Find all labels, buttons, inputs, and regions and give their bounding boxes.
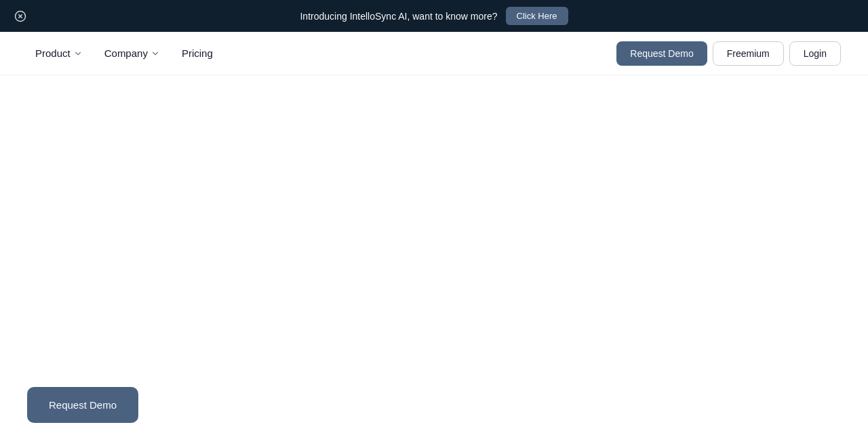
- navbar: Product Company Pricing Request Demo Fre…: [0, 32, 868, 75]
- request-demo-button[interactable]: Request Demo: [616, 41, 707, 66]
- chevron-down-icon: [73, 49, 83, 58]
- login-button[interactable]: Login: [789, 41, 841, 66]
- nav-right: Request Demo Freemium Login: [616, 41, 841, 66]
- announcement-cta-button[interactable]: Click Here: [506, 7, 568, 25]
- announcement-text: Introducing IntelloSync AI, want to know…: [300, 11, 497, 22]
- nav-pricing-label: Pricing: [182, 47, 213, 59]
- chevron-down-icon: [151, 49, 160, 58]
- nav-product-label: Product: [35, 47, 71, 59]
- announcement-bar: Introducing IntelloSync AI, want to know…: [0, 0, 868, 32]
- close-icon[interactable]: [14, 9, 27, 23]
- nav-company-label: Company: [104, 47, 148, 59]
- bottom-request-demo-button[interactable]: Request Demo: [27, 387, 138, 423]
- main-content: Request Demo: [0, 75, 868, 429]
- nav-item-pricing[interactable]: Pricing: [174, 42, 221, 64]
- nav-left: Product Company Pricing: [27, 42, 221, 64]
- nav-item-product[interactable]: Product: [27, 42, 91, 64]
- nav-item-company[interactable]: Company: [96, 42, 168, 64]
- freemium-button[interactable]: Freemium: [713, 41, 784, 66]
